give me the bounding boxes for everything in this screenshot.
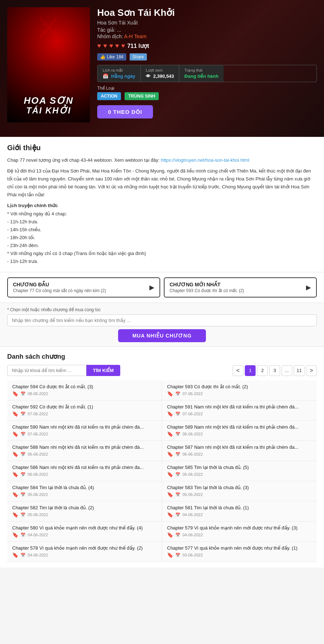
bookmark-icon: 🔖 (167, 532, 173, 538)
chapter-item[interactable]: Chapter 583 Tim lại thời là chưa đủ. (3)… (162, 481, 317, 501)
share-button[interactable]: Share (130, 53, 147, 61)
chapter-item[interactable]: Chapter 578 Vì quá khỏe mạnh nên mới đượ… (7, 542, 162, 562)
chapter-date: 06-06-2022 (183, 432, 203, 436)
bookmark-icon: 🔖 (167, 391, 173, 397)
calendar-icon: 📅 (175, 553, 180, 558)
chapter-date: 04-06-2022 (28, 553, 48, 557)
genre-action[interactable]: ACTION (97, 92, 121, 100)
chapter-meta: 🔖 📅 07-06-2022 (167, 391, 313, 397)
chapter-name: Chapter 580 Vì quá khỏe mạnh nên mới đượ… (12, 525, 158, 531)
chapter-item[interactable]: Chapter 577 Vì quá khỏe mạnh nên mới đượ… (162, 542, 317, 562)
follow-row: 0 THEO DÕI (97, 105, 317, 118)
chapter-item[interactable]: Chapter 590 Nam nhi một khi đã rút kiếm … (7, 421, 162, 441)
chapter-keyword-input[interactable] (7, 365, 86, 376)
chapter-item[interactable]: Chapter 592 Có được thì ắt có mất. (1) 🔖… (7, 401, 162, 421)
bookmark-icon: 🔖 (12, 431, 18, 437)
rating-heart5: ♥ (121, 42, 125, 50)
chapter-name: Chapter 582 Tim lại thời là chưa đủ. (2) (12, 505, 158, 510)
manga-cover: HOA SƠN tái khởi ⚔ (7, 7, 90, 122)
chapter-date: 05-06-2022 (28, 492, 48, 497)
search-button[interactable]: TÌM KIẾM (86, 365, 120, 376)
chapter-item[interactable]: Chapter 591 Nam nhi một khi đã rút kiếm … (162, 401, 317, 421)
webtoon-link[interactable]: https://vlogtruyen.net/hoa-son-tai-khoi.… (161, 157, 249, 163)
chapter-item[interactable]: Chapter 584 Tim lại thời là chưa đủ. (4)… (7, 481, 162, 501)
chapter-item[interactable]: Chapter 594 Có được thì ắt có mất. (3) 🔖… (7, 380, 162, 401)
team-link[interactable]: A-H Team (124, 33, 147, 39)
chapter-name: Chapter 577 Vì quá khỏe mạnh nên mới đượ… (167, 545, 313, 551)
page-2-btn[interactable]: 2 (257, 365, 268, 376)
calendar-icon: 📅 (175, 452, 180, 457)
status-meta: Trạng thái Đang tiến hành (179, 65, 224, 82)
rating-heart4: ♥ (115, 42, 119, 50)
first-chapter-btn[interactable]: CHƯƠNG ĐẦU Chapter 77 Có công mài sắt có… (7, 277, 160, 298)
page-11-btn[interactable]: 11 (294, 365, 305, 376)
chapter-item[interactable]: Chapter 585 Tim lại thời là chưa đủ. (5)… (162, 461, 317, 481)
chapter-date: 04-06-2022 (28, 533, 48, 537)
like-button[interactable]: 👍 Like 184 (97, 53, 126, 61)
genre-reincarnation[interactable]: TRÙNG SINH (125, 92, 159, 100)
manga-title: Hoa Sơn Tái Khởi (97, 7, 317, 18)
page-3-btn[interactable]: 3 (269, 365, 280, 376)
chapter-meta: 🔖 📅 05-06-2022 (167, 471, 313, 477)
chapter-meta: 🔖 📅 04-06-2022 (12, 552, 158, 558)
rating-heart2: ♥ (103, 42, 107, 50)
calendar-icon: 📅 (21, 513, 26, 517)
chapter-item[interactable]: Chapter 589 Nam nhi một khi đã rút kiếm … (162, 421, 317, 441)
page-1-btn[interactable]: 1 (245, 365, 256, 376)
next-page-btn[interactable]: > (306, 365, 317, 376)
bookmark-icon: 🔖 (12, 532, 18, 538)
chapter-meta: 🔖 📅 03-06-2022 (167, 552, 313, 558)
chapter-item[interactable]: Chapter 593 Có được thì ắt có mất. (2) 🔖… (162, 380, 317, 401)
chapter-item[interactable]: Chapter 581 Tim lại thời là chưa đủ. (1)… (162, 501, 317, 522)
chapter-item[interactable]: Chapter 579 Vì quá khỏe mạnh nên mới đượ… (162, 522, 317, 542)
views-meta: Lượt xem 👁 2,390,543 (141, 65, 179, 82)
latest-chapter-btn[interactable]: CHƯƠNG MỚI NHẤT Chapter 593 Có được thì … (164, 277, 317, 298)
bookmark-icon: 🔖 (167, 411, 173, 417)
chapter-name: Chapter 579 Vì quá khỏe mạnh nên mới đượ… (167, 525, 313, 531)
chapter-date: 06-06-2022 (28, 472, 48, 477)
calendar-icon: 📅 (21, 472, 26, 477)
chapter-meta: 🔖 📅 06-06-2022 (12, 451, 158, 457)
chapter-date: 07-06-2022 (183, 412, 203, 416)
chapter-date: 08-06-2022 (28, 392, 48, 396)
bookmark-icon: 🔖 (167, 552, 173, 558)
bookmark-icon: 🔖 (12, 512, 18, 518)
prev-page-btn[interactable]: < (233, 365, 243, 376)
chapter-date: 06-06-2022 (28, 452, 48, 456)
chapter-item[interactable]: Chapter 580 Vì quá khỏe mạnh nên mới đượ… (7, 522, 162, 542)
chapter-item[interactable]: Chapter 587 Nam nhi một khi đã rút kiếm … (162, 441, 317, 461)
chapter-meta: 🔖 📅 05-06-2022 (12, 492, 158, 497)
chapter-item[interactable]: Chapter 582 Tim lại thời là chưa đủ. (2)… (7, 501, 162, 522)
chapter-name: Chapter 586 Nam nhi một khi đã rút kiếm … (12, 465, 158, 470)
rating-views: 711 lượt (127, 43, 149, 49)
chapter-date: 04-06-2022 (183, 513, 203, 517)
fb-row: 👍 Like 184 Share (97, 53, 317, 61)
chapter-search-row: TÌM KIẾM < 1 2 3 ... 11 > (7, 365, 317, 376)
bookmark-icon: 🔖 (12, 451, 18, 457)
buy-multiple-button[interactable]: MUA NHIỀU CHƯƠNG (118, 329, 206, 342)
eye-icon: 👁 (146, 73, 150, 79)
follow-button[interactable]: 0 THEO DÕI (97, 105, 153, 118)
search-left: TÌM KIẾM (7, 365, 120, 376)
chapter-meta: 🔖 📅 07-06-2022 (12, 411, 158, 417)
bookmark-icon: 🔖 (12, 391, 18, 397)
calendar-icon: 📅 (175, 472, 180, 477)
description-section: Giới thiệu Chap 77 novel tương ứng với c… (0, 137, 324, 272)
description-text: Chap 77 novel tương ứng với chap 43-44 w… (7, 156, 317, 265)
hero-info: Hoa Sơn Tái Khởi Hoa Sơn Tái Xuất Tác gi… (97, 7, 317, 118)
bookmark-icon: 🔖 (12, 411, 18, 417)
latest-chapter-arrow: ▶ (306, 283, 311, 291)
chapter-search-input[interactable] (7, 314, 317, 326)
chapter-name: Chapter 583 Tim lại thời là chưa đủ. (3) (167, 485, 313, 490)
chapter-name: Chapter 590 Nam nhi một khi đã rút kiếm … (12, 424, 158, 430)
meta-row: Lịch ra mắt 📅 Hằng ngày Lượt xem 👁 2,390… (97, 65, 317, 82)
chapter-item[interactable]: Chapter 586 Nam nhi một khi đã rút kiếm … (7, 461, 162, 481)
calendar-icon: 📅 (21, 412, 26, 416)
bookmark-icon: 🔖 (12, 471, 18, 477)
calendar-icon: 📅 (21, 492, 26, 497)
chapter-item[interactable]: Chapter 588 Nam nhi một khi đã rút kiếm … (7, 441, 162, 461)
chapter-list-section: Danh sách chương TÌM KIẾM < 1 2 3 ... 11… (0, 347, 324, 568)
chapter-name: Chapter 593 Có được thì ắt có mất. (2) (167, 384, 313, 389)
genre-row: Thể Loại ACTION TRÙNG SINH (97, 86, 317, 100)
chapter-meta: 🔖 📅 04-06-2022 (12, 532, 158, 538)
